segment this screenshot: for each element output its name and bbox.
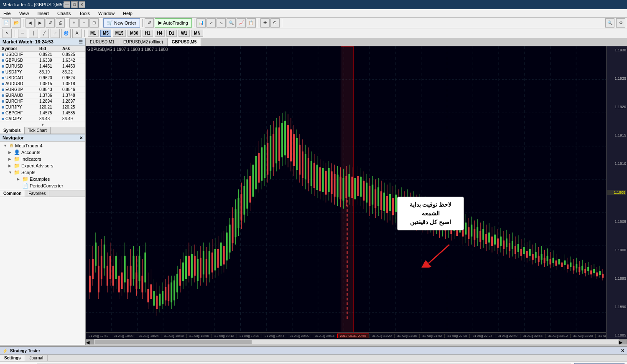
svg-rect-99 — [191, 254, 193, 278]
chart-tab-gbpusdm5[interactable]: GBPUSD,M5 — [168, 38, 201, 46]
nav-period-converter[interactable]: 📄 PeriodConverter — [15, 182, 85, 189]
settings-btn[interactable]: ⚙ — [616, 18, 625, 28]
period-sep-btn[interactable]: ⏱ — [270, 18, 280, 28]
chart-tab-eurusdm2[interactable]: EURUSD,M2 (offline) — [119, 38, 168, 46]
hscroll-track[interactable] — [95, 340, 618, 344]
tf-m15[interactable]: M15 — [113, 30, 126, 37]
menu-tools[interactable]: Tools — [77, 10, 92, 17]
tf-h1[interactable]: H1 — [143, 30, 153, 37]
back-btn[interactable]: ◀ — [25, 18, 35, 28]
tab-common[interactable]: Common — [0, 190, 25, 197]
menu-charts[interactable]: Charts — [56, 10, 72, 17]
nav-scripts[interactable]: ▼ 📁 Scripts — [7, 169, 85, 176]
chart-up-btn[interactable]: ↗ — [206, 18, 216, 28]
nav-accounts[interactable]: ▶ 👤 Accounts — [7, 149, 85, 156]
market-watch-row-gbpusd[interactable]: GBPUSD1.63391.6342 — [0, 58, 85, 63]
market-watch-row-eurusd[interactable]: EURUSD1.44511.4453 — [0, 63, 85, 69]
tf-mn[interactable]: MN — [191, 30, 203, 37]
market-watch-row-eurjpy[interactable]: EURJPY120.21120.25 — [0, 104, 85, 110]
chart-down-btn[interactable]: ↘ — [217, 18, 226, 28]
open-btn[interactable]: 📂 — [12, 18, 21, 28]
text-btn[interactable]: A — [72, 29, 82, 38]
market-watch-row-eurchf[interactable]: EURCHF1.28941.2897 — [0, 99, 85, 104]
price-1925: 1.1925 — [607, 76, 626, 81]
hscroll-thumb[interactable] — [95, 340, 252, 344]
nav-indicators-icon: 📁 — [14, 156, 20, 162]
mw-tab-symbols[interactable]: Symbols — [0, 127, 25, 134]
maximize-button[interactable]: □ — [71, 1, 78, 8]
menu-file[interactable]: File — [2, 10, 13, 17]
menu-window[interactable]: Window — [97, 10, 116, 17]
market-watch-row-cadjpy[interactable]: CADJPY86.4386.49 — [0, 116, 85, 122]
market-watch-row-eurgbp[interactable]: EURGBP0.88430.8846 — [0, 87, 85, 93]
tf-w1[interactable]: W1 — [178, 30, 190, 37]
nav-examples-arrow: ▶ — [17, 177, 21, 181]
nav-examples[interactable]: ▶ 📁 Examples — [15, 176, 85, 182]
st-tab-journal[interactable]: Journal — [25, 355, 48, 361]
search-btn[interactable]: 🔍 — [605, 18, 614, 28]
new-order-button[interactable]: 🛒 New Order — [103, 18, 140, 28]
svg-rect-195 — [331, 171, 333, 194]
chart-hscroll[interactable]: ◀ ▶ — [86, 339, 627, 345]
template-btn[interactable]: 📋 — [247, 18, 256, 28]
chart-tab-eurusdm1[interactable]: EURUSD,M1 — [86, 38, 119, 46]
menu-view[interactable]: View — [18, 10, 31, 17]
tf-h4[interactable]: H4 — [155, 30, 165, 37]
menu-help[interactable]: Help — [121, 10, 134, 17]
fit-btn[interactable]: ⊡ — [89, 18, 99, 28]
market-watch-row-usdjpy[interactable]: USDJPY83.1983.22 — [0, 69, 85, 75]
market-watch-row-usdchf[interactable]: USDCHF0.89210.8925 — [0, 52, 85, 58]
nav-pc-icon: 📄 — [22, 183, 28, 189]
print-btn[interactable]: 🖨 — [56, 18, 65, 28]
magnify-btn[interactable]: 🔍 — [227, 18, 236, 28]
zoom-in-btn[interactable]: + — [69, 18, 79, 28]
market-watch-row-audusd[interactable]: AUDUSD1.05151.0518 — [0, 81, 85, 87]
crosshair-btn[interactable]: ✚ — [260, 18, 270, 28]
nav-indicators[interactable]: ▶ 📁 Indicators — [7, 156, 85, 162]
strategy-tester-close[interactable]: ✕ — [621, 348, 624, 354]
svg-rect-121 — [223, 246, 225, 265]
svg-rect-340 — [541, 254, 543, 260]
autotrading-button[interactable]: ▶ AutoTrading — [155, 18, 192, 28]
chart-canvas[interactable]: GBPUSD,M5 1.1907 1.1908 1.1907 1.1908 — [86, 46, 627, 339]
tf-m1[interactable]: M1 — [88, 30, 99, 37]
svg-rect-63 — [138, 256, 140, 281]
menu-insert[interactable]: Insert — [36, 10, 51, 17]
refresh-btn[interactable]: ↺ — [46, 18, 55, 28]
hscroll-right[interactable]: ▶ — [619, 339, 627, 344]
mw-tab-tickchart[interactable]: Tick Chart — [25, 127, 51, 134]
line-studies-btn[interactable]: 📊 — [196, 18, 206, 28]
nav-examples-label: Examples — [30, 177, 50, 182]
tf-m5[interactable]: M5 — [100, 30, 111, 37]
market-watch-menu[interactable]: ☰ — [79, 39, 83, 45]
svg-rect-230 — [380, 191, 382, 210]
close-button[interactable]: ✕ — [79, 1, 85, 8]
indicator-btn[interactable]: 📈 — [237, 18, 246, 28]
st-tab-settings[interactable]: Settings — [0, 355, 25, 361]
navigator-close-button[interactable]: ✕ — [79, 136, 83, 140]
tf-d1[interactable]: D1 — [166, 30, 177, 37]
channel-btn[interactable]: ⟋ — [51, 29, 60, 38]
cursor-btn[interactable]: ↖ — [3, 29, 12, 38]
v-line-btn[interactable]: | — [29, 29, 38, 38]
h-line-btn[interactable]: ─ — [18, 29, 27, 38]
strategy-tester-header: ⚡ Strategy Tester ✕ — [0, 347, 627, 355]
minimize-button[interactable]: — — [64, 1, 70, 8]
nav-expert-advisors[interactable]: ▶ 📁 Expert Advisors — [7, 162, 85, 169]
trend-line-btn[interactable]: ╱ — [40, 29, 49, 38]
fib-btn[interactable]: 🌀 — [61, 29, 71, 38]
market-watch-row-usdcad[interactable]: USDCAD0.96200.9624 — [0, 75, 85, 81]
new-chart-btn[interactable]: 📄 — [2, 18, 11, 28]
nav-root[interactable]: ▼ 🖥 MetaTrader 4 — [0, 142, 85, 149]
tab-favorites[interactable]: Favorites — [25, 190, 49, 197]
market-watch-row-gbpchf[interactable]: GBPCHF1.45751.4585 — [0, 110, 85, 116]
svg-rect-153 — [270, 136, 271, 171]
market-watch-row-euraud[interactable]: EURAUD1.37361.3748 — [0, 93, 85, 99]
forward-btn[interactable]: ▶ — [36, 18, 45, 28]
hscroll-left[interactable]: ◀ — [86, 339, 94, 344]
refresh2-btn[interactable]: ↺ — [145, 18, 154, 28]
svg-rect-59 — [133, 256, 135, 279]
tf-m30[interactable]: M30 — [127, 30, 140, 37]
market-watch-scroll[interactable]: ▼ — [0, 122, 85, 127]
zoom-out-btn[interactable]: − — [79, 18, 89, 28]
